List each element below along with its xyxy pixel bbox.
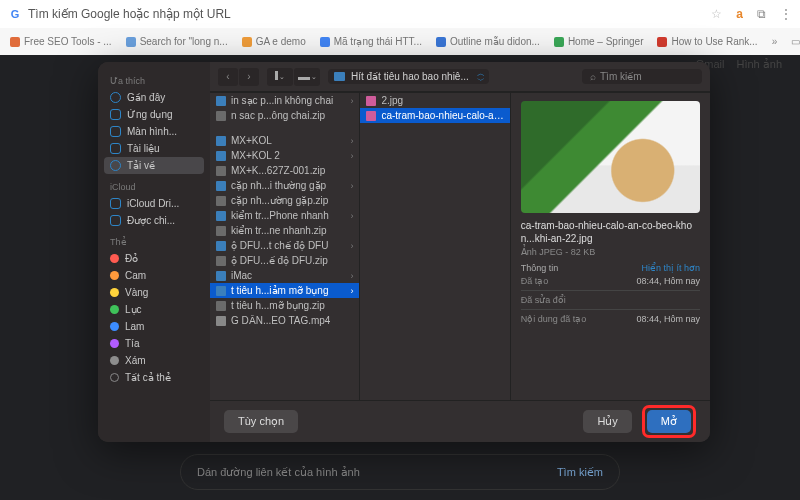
bookmark-favicon-icon <box>126 37 136 47</box>
folder-icon <box>216 136 226 146</box>
bookmark-item[interactable]: Mã trạng thái HTT... <box>320 36 422 47</box>
sidebar-item-label: Tía <box>125 338 139 349</box>
file-row[interactable]: cặp nh...i thường gặp› <box>210 178 359 193</box>
nav-back-button[interactable]: ‹ <box>218 68 238 86</box>
sidebar-item-label: Cam <box>125 270 146 281</box>
bookmark-label: Outline mẫu didon... <box>450 36 540 47</box>
bookmark-label: GA e demo <box>256 36 306 47</box>
sidebar-item[interactable]: Tía <box>104 335 204 352</box>
file-row[interactable]: kiểm tr...ne nhanh.zip <box>210 223 359 238</box>
bookmark-item[interactable]: GA e demo <box>242 36 306 47</box>
preview-meta-value: 08:44, Hôm nay <box>636 276 700 286</box>
cancel-button[interactable]: Hủy <box>583 410 631 433</box>
chevron-right-icon: › <box>350 211 353 221</box>
bookmark-star-icon[interactable]: ☆ <box>711 7 722 21</box>
file-label: cặp nh...ường gặp.zip <box>231 195 328 206</box>
sidebar-item[interactable]: Gần đây <box>104 89 204 106</box>
nav-forward-button[interactable]: › <box>239 68 259 86</box>
sidebar-item[interactable]: Vàng <box>104 284 204 301</box>
file-label: t tiêu h...iảm mỡ bụng <box>231 285 328 296</box>
zip-icon <box>216 256 226 266</box>
tag-dot-icon <box>110 339 119 348</box>
view-grid-button[interactable]: ⌄ <box>294 68 320 86</box>
sidebar-item[interactable]: Lam <box>104 318 204 335</box>
bookmark-item[interactable]: Free SEO Tools - ... <box>10 36 112 47</box>
file-row[interactable]: ộ DFU...ế độ DFU.zip <box>210 253 359 268</box>
sidebar-item[interactable]: Được chi... <box>104 212 204 229</box>
bookmark-item[interactable]: How to Use Rank... <box>657 36 757 47</box>
file-row[interactable]: MX+K...627Z-001.zip <box>210 163 359 178</box>
sidebar-item[interactable]: Lục <box>104 301 204 318</box>
file-label: G DẪN...EO TAG.mp4 <box>231 315 330 326</box>
sidebar-item[interactable]: Đỏ <box>104 250 204 267</box>
chevron-right-icon: › <box>350 136 353 146</box>
tag-dot-icon <box>110 271 119 280</box>
extension-a-icon[interactable]: a <box>736 7 743 21</box>
finder-search-input[interactable]: ⌕ Tìm kiếm <box>582 69 702 84</box>
zip-icon <box>216 166 226 176</box>
bookmark-item[interactable]: Outline mẫu didon... <box>436 36 540 47</box>
open-button[interactable]: Mở <box>647 410 691 433</box>
preview-filename: ca-tram-bao-nhieu-calo-an-co-beo-khon...… <box>521 219 700 245</box>
file-row[interactable]: iMac› <box>210 268 359 283</box>
folder-icon <box>216 211 226 221</box>
sidebar-item[interactable]: Xám <box>104 352 204 369</box>
file-row[interactable]: t tiêu h...iảm mỡ bụng› <box>210 283 359 298</box>
sidebar-item-label: iCloud Dri... <box>127 198 179 209</box>
sidebar-item-label: Màn hình... <box>127 126 177 137</box>
open-button-highlight: Mở <box>642 405 696 438</box>
folder-icon <box>216 151 226 161</box>
file-row[interactable]: cặp nh...ường gặp.zip <box>210 193 359 208</box>
paste-link-bar[interactable]: Dán đường liên kết của hình ảnh Tìm kiếm <box>180 454 620 490</box>
bookmark-item[interactable]: Home – Springer <box>554 36 644 47</box>
sidebar-item-label: Lục <box>125 304 142 315</box>
file-row[interactable]: MX+KOL› <box>210 133 359 148</box>
images-link[interactable]: Hình ảnh <box>736 58 782 71</box>
file-row[interactable]: ộ DFU...t chế độ DFU› <box>210 238 359 253</box>
file-row[interactable]: n sac p...ông chai.zip <box>210 108 359 123</box>
path-dropdown[interactable]: Hít đất tiêu hao bao nhiê... ︿﹀ <box>328 69 489 84</box>
bookmarks-bar: Free SEO Tools - ...Search for "long n..… <box>0 28 800 55</box>
file-row[interactable]: ca-tram-bao-nhieu-calo-an-co-beo-khong-l… <box>360 108 509 123</box>
view-columns-button[interactable]: ⌄ <box>267 68 293 86</box>
sidebar-item-label: Đỏ <box>125 253 138 264</box>
extensions-icon[interactable]: ⧉ <box>757 7 766 21</box>
sidebar-item[interactable]: Cam <box>104 267 204 284</box>
address-bar[interactable]: G Tìm kiếm Google hoặc nhập một URL ☆ a … <box>0 0 800 28</box>
folder-icon <box>216 286 226 296</box>
preview-show-less-button[interactable]: Hiển thị ít hơn <box>641 263 700 273</box>
sidebar-item[interactable]: Tất cả thẻ <box>104 369 204 386</box>
file-row[interactable]: t tiêu h...mỡ bụng.zip <box>210 298 359 313</box>
bookmark-item[interactable]: Search for "long n... <box>126 36 228 47</box>
dropdown-chevron-icon: ︿﹀ <box>477 70 485 84</box>
options-button[interactable]: Tùy chọn <box>224 410 298 433</box>
finder-footer: Tùy chọn Hủy Mở <box>210 400 710 442</box>
sidebar-item[interactable]: Ứng dụng <box>104 106 204 123</box>
file-row[interactable]: MX+KOL 2› <box>210 148 359 163</box>
file-row[interactable]: in sạc p...in không chai› <box>210 93 359 108</box>
sidebar-item[interactable]: Màn hình... <box>104 123 204 140</box>
sidebar-item[interactable]: Tài liệu <box>104 140 204 157</box>
google-favicon-icon: G <box>8 7 22 21</box>
reading-list-icon[interactable]: ▭ <box>791 36 800 47</box>
preview-meta-key: Đã tạo <box>521 276 549 286</box>
tag-dot-icon <box>110 254 119 263</box>
paste-link-find-button[interactable]: Tìm kiếm <box>557 466 603 479</box>
bookmarks-overflow-icon[interactable]: » <box>772 36 778 47</box>
chevron-right-icon: › <box>350 151 353 161</box>
folder-icon <box>216 271 226 281</box>
folder-icon <box>334 72 345 81</box>
file-row[interactable]: G DẪN...EO TAG.mp4 <box>210 313 359 328</box>
search-placeholder: Tìm kiếm <box>600 71 642 82</box>
preview-meta-key: Đã sửa đổi <box>521 295 566 305</box>
file-row[interactable]: 2.jpg <box>360 93 509 108</box>
img-icon <box>366 111 376 121</box>
paste-link-placeholder: Dán đường liên kết của hình ảnh <box>197 466 360 479</box>
finder-preview-column: ca-tram-bao-nhieu-calo-an-co-beo-khon...… <box>510 93 710 400</box>
profile-icon[interactable]: ⋮ <box>780 7 792 21</box>
file-row[interactable]: kiểm tr...Phone nhanh› <box>210 208 359 223</box>
sidebar-item[interactable]: iCloud Dri... <box>104 195 204 212</box>
sidebar-item[interactable]: Tải về <box>104 157 204 174</box>
bookmark-favicon-icon <box>436 37 446 47</box>
file-label: MX+K...627Z-001.zip <box>231 165 325 176</box>
